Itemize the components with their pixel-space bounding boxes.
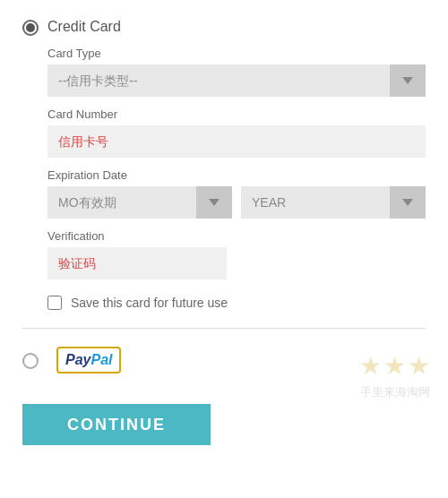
- card-type-label: Card Type: [47, 47, 426, 60]
- bottom-area: CONTINUE: [22, 391, 426, 445]
- expiry-row: MO有效期 010203 040506 070809 101112 YEAR 2…: [47, 186, 426, 219]
- continue-button[interactable]: CONTINUE: [22, 404, 211, 445]
- credit-card-label: Credit Card: [47, 18, 121, 35]
- month-select[interactable]: MO有效期 010203 040506 070809 101112: [47, 186, 232, 219]
- expiration-date-label: Expiration Date: [47, 168, 426, 182]
- paypal-text-pay: Pay: [65, 352, 90, 368]
- save-card-checkbox[interactable]: [47, 296, 62, 310]
- verification-input[interactable]: [47, 247, 227, 279]
- month-wrapper: MO有效期 010203 040506 070809 101112: [47, 186, 232, 219]
- divider: [22, 328, 426, 329]
- card-type-select[interactable]: --信用卡类型-- Visa MasterCard Amex: [47, 64, 426, 97]
- year-select[interactable]: YEAR 202420252026 202720282029 2030: [241, 186, 426, 219]
- paypal-radio[interactable]: [22, 353, 39, 369]
- card-number-label: Card Number: [47, 107, 426, 121]
- paypal-text-pal: Pal: [90, 352, 112, 368]
- paypal-logo[interactable]: Pay Pal: [56, 347, 121, 374]
- year-wrapper: YEAR 202420252026 202720282029 2030: [241, 186, 426, 219]
- card-number-input[interactable]: [47, 125, 426, 158]
- save-card-label: Save this card for future use: [71, 296, 228, 310]
- paypal-option: Pay Pal: [22, 347, 426, 374]
- credit-card-radio[interactable]: [22, 20, 39, 36]
- save-card-row: Save this card for future use: [47, 296, 426, 310]
- verification-label: Verification: [47, 229, 426, 243]
- credit-card-form: Card Type --信用卡类型-- Visa MasterCard Amex…: [47, 47, 426, 279]
- card-type-wrapper: --信用卡类型-- Visa MasterCard Amex: [47, 64, 426, 97]
